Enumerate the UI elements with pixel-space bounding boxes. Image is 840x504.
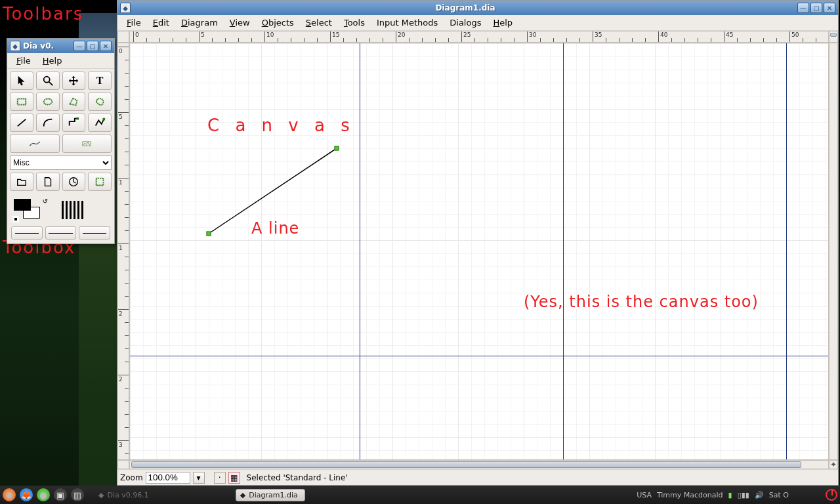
launcher-ubuntu-icon[interactable]: ◉ — [3, 488, 16, 501]
tool-pointer[interactable] — [10, 72, 33, 90]
launcher-files-icon[interactable]: ▥ — [71, 488, 84, 501]
diagram-window: ◆ Diagram1.dia — ▢ ✕ File Edit Diagram V… — [117, 0, 839, 486]
tool-magnify[interactable] — [36, 72, 60, 90]
minimize-button[interactable]: — — [797, 3, 809, 13]
menu-help[interactable]: Help — [488, 16, 518, 30]
fg-bg-swatch[interactable]: ↺ — [14, 199, 44, 221]
keyboard-layout[interactable]: USA — [637, 491, 652, 499]
zoom-input[interactable] — [146, 472, 190, 484]
scroll-spacer — [829, 43, 838, 460]
ruler-corner-bl — [117, 460, 129, 469]
toolbox-titlebar[interactable]: ◆ Dia v0. — ▢ ✕ — [7, 39, 114, 53]
shape-clock[interactable] — [62, 173, 86, 191]
task-dia-main[interactable]: ◆ Dia v0.96.1 — [98, 491, 149, 499]
diagram-title: Diagram1.dia — [133, 3, 797, 12]
zoom-label: Zoom — [120, 473, 143, 482]
task-diagram[interactable]: ◆ Diagram1.dia — [236, 489, 305, 501]
zoom-dropdown[interactable]: ▾ — [193, 472, 205, 484]
menu-select[interactable]: Select — [301, 16, 337, 30]
tool-line[interactable] — [10, 114, 33, 132]
network-icon[interactable]: ▯▮▮ — [738, 491, 749, 499]
line-start-style[interactable] — [11, 226, 43, 240]
toolbox-window: ◆ Dia v0. — ▢ ✕ File Help T — [7, 38, 115, 244]
maximize-button[interactable]: ▢ — [810, 3, 822, 13]
volume-icon[interactable]: 🔊 — [755, 491, 764, 499]
tool-ellipse[interactable] — [36, 93, 60, 111]
menu-tools[interactable]: Tools — [339, 16, 370, 30]
launcher-firefox-icon[interactable]: 🦊 — [20, 488, 33, 501]
tool-arc[interactable] — [36, 114, 60, 132]
menu-input[interactable]: Input Methods — [371, 16, 443, 30]
svg-rect-6 — [103, 118, 106, 121]
toolbox-menu-file[interactable]: File — [11, 54, 36, 68]
svg-line-4 — [18, 119, 26, 127]
menu-file[interactable]: File — [121, 16, 146, 30]
grid-toggle[interactable]: ▦ — [228, 472, 240, 484]
app-icon: ◆ — [10, 41, 20, 51]
app-icon: ◆ — [120, 3, 131, 13]
nav-button[interactable]: ✦ — [829, 460, 838, 469]
svg-point-3 — [43, 99, 52, 105]
battery-icon[interactable]: ▮ — [728, 491, 732, 499]
svg-rect-7 — [30, 144, 31, 146]
close-button[interactable]: ✕ — [100, 41, 112, 51]
user-name[interactable]: Timmy Macdonald — [657, 491, 723, 499]
launcher-pidgin-icon[interactable]: ● — [37, 488, 50, 501]
dia-doc-icon: ◆ — [240, 491, 245, 499]
shape-file[interactable] — [36, 173, 60, 191]
snap-toggle[interactable]: · — [214, 472, 226, 484]
ruler-corner — [117, 31, 129, 43]
menu-dialogs[interactable]: Dialogs — [444, 16, 486, 30]
menu-view[interactable]: View — [224, 16, 255, 30]
annotation-toolbars: Toolbars — [3, 4, 83, 24]
close-button[interactable]: ✕ — [824, 3, 835, 13]
tool-zigzag[interactable] — [62, 114, 86, 132]
diagram-titlebar[interactable]: ◆ Diagram1.dia — ▢ ✕ — [117, 1, 838, 15]
line-mid-style[interactable] — [45, 226, 77, 240]
statusbar: Zoom ▾ · ▦ Selected 'Standard - Line' — [117, 469, 838, 485]
ruler-vertical[interactable]: 0511223 — [117, 43, 129, 460]
vertical-scrollbar[interactable] — [829, 31, 838, 43]
tool-polyline[interactable] — [88, 114, 112, 132]
power-button-icon[interactable] — [826, 489, 837, 501]
svg-line-1 — [49, 82, 52, 85]
shape-group[interactable] — [88, 173, 112, 191]
shape-folder[interactable] — [10, 173, 33, 191]
line-object[interactable] — [130, 43, 828, 459]
tool-beziergon[interactable] — [88, 93, 112, 111]
svg-point-0 — [43, 77, 49, 83]
line-end-style[interactable] — [79, 226, 110, 240]
menu-diagram[interactable]: Diagram — [176, 16, 223, 30]
canvas[interactable]: C a n v a s A line (Yes, this is the can… — [129, 43, 829, 460]
tool-polygon[interactable] — [62, 93, 86, 111]
menu-edit[interactable]: Edit — [148, 16, 175, 30]
clock[interactable]: Sat O — [769, 491, 789, 499]
minimize-button[interactable]: — — [74, 41, 85, 51]
svg-rect-11 — [96, 178, 104, 186]
tool-text[interactable]: T — [88, 72, 112, 90]
launcher-terminal-icon[interactable]: ▣ — [54, 488, 67, 501]
svg-line-12 — [209, 148, 337, 234]
tool-scroll[interactable] — [62, 72, 86, 90]
line-handle-start[interactable] — [207, 232, 211, 236]
ruler-horizontal[interactable]: 05101520253035404550 — [129, 31, 829, 43]
taskbar: ◉ 🦊 ● ▣ ▥ ◆ Dia v0.96.1 ◆ Diagram1.dia U… — [0, 486, 840, 504]
toolbox-menu-help[interactable]: Help — [37, 54, 68, 68]
line-pattern-swatch[interactable] — [57, 200, 87, 220]
svg-rect-2 — [18, 99, 26, 105]
horizontal-scrollbar[interactable] — [129, 460, 829, 469]
maximize-button[interactable]: ▢ — [87, 41, 98, 51]
tool-image[interactable] — [62, 135, 112, 153]
status-message: Selected 'Standard - Line' — [247, 473, 348, 482]
shape-category-select[interactable]: Misc — [10, 156, 112, 170]
diagram-menubar: File Edit Diagram View Objects Select To… — [117, 15, 838, 31]
svg-rect-8 — [39, 142, 40, 143]
menu-objects[interactable]: Objects — [257, 16, 299, 30]
dia-task-icon: ◆ — [98, 491, 104, 499]
svg-rect-5 — [77, 117, 79, 120]
toolbox-title: Dia v0. — [23, 41, 74, 51]
tool-bezier[interactable] — [10, 135, 60, 153]
swap-colors-icon[interactable]: ↺ — [43, 198, 48, 205]
line-handle-end[interactable] — [335, 146, 339, 151]
tool-box[interactable] — [10, 93, 33, 111]
